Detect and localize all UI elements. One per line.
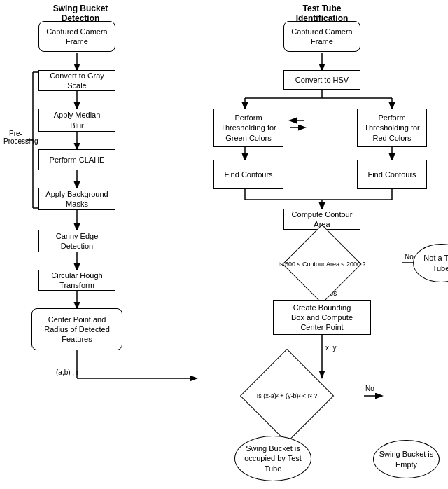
svg-text:No: No [405,253,414,261]
not-tube-label: Not a TestTube [424,253,448,273]
empty-ellipse: Swing Bucket isEmpty [373,440,440,478]
contours-left-label: Find Contours [224,170,272,179]
center-box: Center Point andRadius of DetectedFeatur… [31,308,122,350]
hough-box: Circular HoughTransform [38,270,115,291]
hsv-label: Convert to HSV [295,75,349,85]
occupied-label: Swing Bucket isoccupied by TestTube [244,443,302,474]
contour-diamond: Is 500 ≤ Contour Area ≤ 2000 ? [262,244,382,284]
background-box: Apply BackgroundMasks [38,188,115,210]
left-camera-box: Captured CameraFrame [38,21,115,52]
contours-left-box: Find Contours [214,160,284,189]
circle-diamond: Is (x-a)² + (y-b)² < r² ? [206,371,368,420]
red-box: PerformThresholding forRed Colors [357,109,427,147]
occupied-ellipse: Swing Bucket isoccupied by TestTube [234,436,312,481]
clahe-label: Perform CLAHE [50,155,105,165]
gray-box: Convert to GrayScale [38,70,115,91]
right-camera-label: Captured CameraFrame [291,27,352,47]
pre-processing-label: Pre-Processing [4,130,28,145]
contour-diamond-text: Is 500 ≤ Contour Area ≤ 2000 ? [279,261,366,268]
left-camera-label: Captured CameraFrame [46,27,107,47]
median-label: Apply MedianBlur [54,110,101,130]
circle-diamond-text: Is (x-a)² + (y-b)² < r² ? [257,392,318,399]
green-label: PerformThresholding forGreen Colors [220,113,276,143]
gray-label: Convert to GrayScale [50,71,104,91]
empty-label: Swing Bucket isEmpty [379,449,434,469]
median-box: Apply MedianBlur [38,109,115,132]
clahe-box: Perform CLAHE [38,149,115,170]
hsv-box: Convert to HSV [284,70,360,90]
not-tube-ellipse: Not a TestTube [413,244,448,282]
canny-box: Canny EdgeDetection [38,230,115,252]
right-camera-box: Captured CameraFrame [284,21,360,52]
left-title: Swing BucketDetection [35,4,126,23]
bounding-label: Create BoundingBox and ComputeCenter Poi… [291,303,353,333]
contours-right-box: Find Contours [357,160,427,189]
svg-text:x, y: x, y [326,344,337,352]
red-label: PerformThresholding forRed Colors [364,113,420,143]
background-label: Apply BackgroundMasks [46,189,108,209]
hough-label: Circular HoughTransform [51,270,102,291]
green-box: PerformThresholding forGreen Colors [214,109,284,147]
canny-label: Canny EdgeDetection [56,231,99,252]
bounding-box: Create BoundingBox and ComputeCenter Poi… [273,300,371,335]
center-label: Center Point andRadius of DetectedFeatur… [44,315,110,345]
right-title: Test TubeIdentification [259,4,385,23]
svg-text:(a,b) , r: (a,b) , r [56,369,79,376]
contours-right-label: Find Contours [368,170,416,179]
